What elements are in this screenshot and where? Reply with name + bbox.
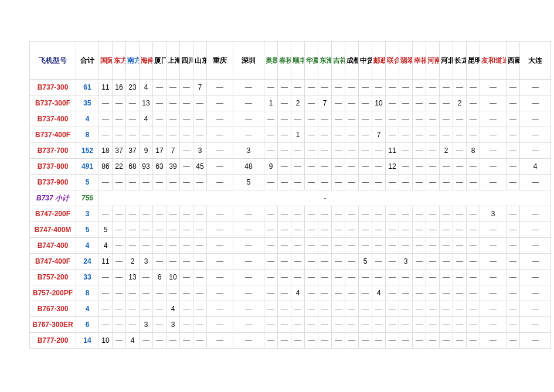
data-cell: 4: [520, 159, 550, 174]
data-cell: —: [440, 206, 453, 221]
data-cell: —: [507, 111, 519, 127]
data-cell: —: [386, 222, 399, 237]
data-cell: —: [153, 238, 166, 253]
data-cell: —: [386, 238, 399, 253]
data-cell: —: [399, 285, 412, 301]
data-cell: —: [507, 317, 519, 332]
data-cell: —: [386, 127, 399, 142]
data-cell: 9: [140, 143, 152, 158]
data-cell: 3: [399, 254, 412, 269]
table-row: B767-300ER6———3—3———————————————————————: [30, 317, 550, 332]
data-cell: —: [264, 222, 277, 237]
total-cell: 152: [76, 143, 98, 158]
data-cell: —: [153, 175, 166, 190]
data-cell: —: [467, 301, 480, 316]
data-cell: 8: [467, 143, 480, 158]
data-cell: —: [345, 317, 358, 332]
data-cell: —: [291, 206, 304, 221]
data-cell: —: [233, 301, 264, 316]
data-cell: —: [520, 96, 550, 111]
data-cell: —: [399, 111, 412, 127]
data-cell: —: [332, 254, 345, 269]
data-cell: —: [507, 96, 519, 111]
data-cell: —: [318, 206, 331, 221]
data-cell: —: [332, 317, 345, 332]
data-cell: —: [359, 285, 372, 301]
total-cell: 24: [76, 254, 98, 269]
data-cell: —: [345, 222, 358, 237]
data-cell: —: [453, 111, 466, 127]
data-cell: —: [278, 333, 291, 348]
data-cell: —: [399, 127, 412, 142]
data-cell: —: [153, 96, 166, 111]
data-cell: —: [359, 143, 372, 158]
data-cell: —: [440, 80, 453, 95]
data-cell: —: [233, 127, 264, 142]
data-cell: —: [359, 222, 372, 237]
data-cell: —: [372, 317, 385, 332]
data-cell: —: [140, 301, 152, 316]
data-cell: 18: [99, 143, 112, 158]
col-header-lianhe: 联合: [386, 42, 399, 79]
data-cell: —: [359, 317, 372, 332]
data-cell: —: [193, 238, 206, 253]
col-header-south: 南方: [126, 42, 139, 79]
data-cell: —: [278, 238, 291, 253]
data-cell: —: [507, 143, 519, 158]
data-cell: —: [305, 159, 318, 174]
data-cell: —: [399, 159, 412, 174]
col-header-kunming: 昆明: [467, 42, 480, 79]
data-cell: —: [233, 285, 264, 301]
data-cell: —: [413, 111, 426, 127]
data-cell: —: [153, 222, 166, 237]
data-cell: —: [140, 175, 152, 190]
data-cell: —: [233, 270, 264, 285]
data-cell: —: [180, 80, 193, 95]
data-cell: —: [332, 222, 345, 237]
data-cell: —: [193, 222, 206, 237]
data-cell: —: [180, 111, 193, 127]
data-cell: —: [332, 80, 345, 95]
data-cell: —: [480, 270, 506, 285]
table-row: B747-200F3——————————————————————————3——: [30, 206, 550, 221]
data-cell: —: [507, 238, 519, 253]
data-cell: —: [399, 270, 412, 285]
subtotal-span: -: [99, 190, 550, 206]
data-cell: —: [113, 127, 125, 142]
data-cell: —: [264, 270, 277, 285]
data-cell: 68: [126, 159, 139, 174]
data-cell: —: [480, 143, 506, 158]
data-cell: —: [291, 333, 304, 348]
data-cell: —: [291, 80, 304, 95]
data-cell: —: [440, 270, 453, 285]
total-cell: 8: [76, 285, 98, 301]
col-header-shandong: 山东: [193, 42, 206, 79]
data-cell: 7: [372, 127, 385, 142]
data-cell: —: [305, 317, 318, 332]
data-cell: —: [233, 238, 264, 253]
data-cell: —: [426, 159, 439, 174]
data-cell: —: [372, 143, 385, 158]
data-cell: —: [520, 254, 550, 269]
data-cell: —: [440, 127, 453, 142]
col-header-spring: 春秋: [278, 42, 291, 79]
data-cell: —: [413, 175, 426, 190]
data-cell: —: [305, 175, 318, 190]
data-cell: 2: [291, 96, 304, 111]
data-cell: —: [126, 285, 139, 301]
data-cell: —: [264, 80, 277, 95]
data-cell: —: [207, 333, 233, 348]
table-row: B747-40044————————————————————————————: [30, 238, 550, 253]
data-cell: —: [507, 222, 519, 237]
data-cell: —: [507, 80, 519, 95]
data-cell: —: [426, 222, 439, 237]
data-cell: —: [233, 206, 264, 221]
data-cell: —: [318, 317, 331, 332]
table-row: B737 小计756-: [30, 190, 550, 206]
data-cell: —: [413, 159, 426, 174]
data-cell: 37: [126, 143, 139, 158]
data-cell: 3: [140, 317, 152, 332]
col-header-sf: 顺丰: [291, 42, 304, 79]
table-row: B737-4004———4—————————————————————————: [30, 111, 550, 127]
data-cell: —: [207, 127, 233, 142]
